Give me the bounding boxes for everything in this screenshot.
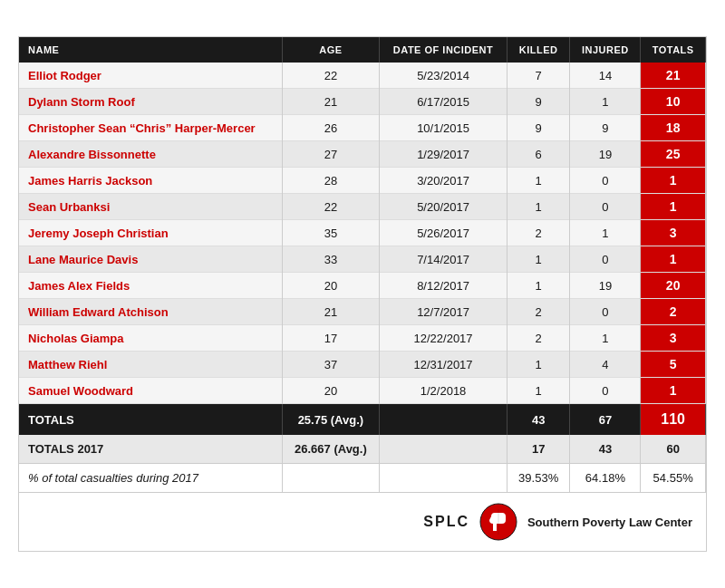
cell-killed: 1 — [507, 378, 570, 404]
cell-injured: 0 — [570, 168, 641, 194]
table-row: James Alex Fields208/12/201711920 — [19, 273, 706, 299]
percent-total: 54.55% — [641, 464, 706, 493]
cell-totals: 3 — [641, 325, 706, 352]
cell-killed: 6 — [507, 141, 570, 168]
cell-age: 21 — [282, 299, 380, 325]
cell-name: Elliot Rodger — [19, 63, 282, 89]
cell-age: 17 — [282, 325, 380, 352]
table-row: Samuel Woodward201/2/2018101 — [19, 378, 706, 404]
cell-name: Nicholas Giampa — [19, 325, 282, 352]
cell-totals: 1 — [641, 168, 706, 194]
cell-date: 7/14/2017 — [380, 246, 508, 273]
cell-date: 5/23/2014 — [380, 63, 508, 89]
cell-name: James Harris Jackson — [19, 168, 282, 194]
table-row: Matthew Riehl3712/31/2017145 — [19, 352, 706, 378]
cell-date: 1/2/2018 — [380, 378, 508, 404]
col-header-name: NAME — [19, 37, 282, 63]
cell-injured: 4 — [570, 352, 641, 378]
cell-age: 33 — [282, 246, 380, 273]
cell-killed: 1 — [507, 273, 570, 299]
totals2017-total: 60 — [641, 435, 706, 464]
main-container: NAME AGE DATE OF INCIDENT KILLED INJURED… — [18, 36, 707, 552]
col-header-age: AGE — [282, 37, 380, 63]
cell-date: 8/12/2017 — [380, 273, 508, 299]
cell-totals: 1 — [641, 194, 706, 220]
cell-age: 20 — [282, 378, 380, 404]
cell-totals: 25 — [641, 141, 706, 168]
cell-totals: 1 — [641, 246, 706, 273]
table-body: Elliot Rodger225/23/201471421Dylann Stor… — [19, 63, 706, 404]
cell-killed: 1 — [507, 246, 570, 273]
totals-label: TOTALS — [19, 404, 282, 436]
cell-date: 5/26/2017 — [380, 220, 508, 246]
table-row: Elliot Rodger225/23/201471421 — [19, 63, 706, 89]
splc-org-name: Southern Poverty Law Center — [527, 516, 692, 529]
totals-2017-row: TOTALS 2017 26.667 (Avg.) 17 43 60 — [19, 435, 706, 464]
totals2017-label: TOTALS 2017 — [19, 435, 282, 464]
cell-name: Jeremy Joseph Christian — [19, 220, 282, 246]
table-row: Lane Maurice Davis337/14/2017101 — [19, 246, 706, 273]
splc-logo-icon — [478, 502, 518, 542]
incidents-table: NAME AGE DATE OF INCIDENT KILLED INJURED… — [19, 37, 706, 493]
cell-totals: 3 — [641, 220, 706, 246]
cell-age: 35 — [282, 220, 380, 246]
cell-injured: 19 — [570, 273, 641, 299]
cell-name: Dylann Storm Roof — [19, 89, 282, 115]
totals-date — [380, 404, 508, 436]
cell-name: Samuel Woodward — [19, 378, 282, 404]
table-row: Alexandre Bissonnette271/29/201761925 — [19, 141, 706, 168]
totals2017-injured: 43 — [570, 435, 641, 464]
cell-killed: 2 — [507, 299, 570, 325]
cell-age: 21 — [282, 89, 380, 115]
cell-totals: 18 — [641, 115, 706, 141]
cell-injured: 0 — [570, 299, 641, 325]
percent-row: % of total casualties during 2017 39.53%… — [19, 464, 706, 493]
cell-age: 27 — [282, 141, 380, 168]
cell-injured: 9 — [570, 115, 641, 141]
cell-injured: 14 — [570, 63, 641, 89]
cell-injured: 0 — [570, 246, 641, 273]
percent-label: % of total casualties during 2017 — [19, 464, 282, 493]
cell-date: 1/29/2017 — [380, 141, 508, 168]
cell-age: 22 — [282, 194, 380, 220]
cell-totals: 2 — [641, 299, 706, 325]
cell-killed: 1 — [507, 352, 570, 378]
cell-totals: 1 — [641, 378, 706, 404]
percent-age — [282, 464, 380, 493]
cell-injured: 1 — [570, 220, 641, 246]
cell-killed: 9 — [507, 115, 570, 141]
cell-date: 10/1/2015 — [380, 115, 508, 141]
col-header-date: DATE OF INCIDENT — [380, 37, 508, 63]
totals-killed: 43 — [507, 404, 570, 436]
cell-name: Christopher Sean “Chris” Harper-Mercer — [19, 115, 282, 141]
cell-injured: 0 — [570, 378, 641, 404]
cell-injured: 19 — [570, 141, 641, 168]
cell-injured: 1 — [570, 325, 641, 352]
cell-date: 12/7/2017 — [380, 299, 508, 325]
cell-name: Sean Urbanksi — [19, 194, 282, 220]
table-row: Dylann Storm Roof216/17/20159110 — [19, 89, 706, 115]
cell-totals: 10 — [641, 89, 706, 115]
cell-totals: 21 — [641, 63, 706, 89]
cell-age: 28 — [282, 168, 380, 194]
cell-age: 26 — [282, 115, 380, 141]
cell-date: 12/31/2017 — [380, 352, 508, 378]
table-header-row: NAME AGE DATE OF INCIDENT KILLED INJURED… — [19, 37, 706, 63]
cell-date: 12/22/2017 — [380, 325, 508, 352]
totals2017-date — [380, 435, 508, 464]
totals-injured: 67 — [570, 404, 641, 436]
table-row: Jeremy Joseph Christian355/26/2017213 — [19, 220, 706, 246]
col-header-injured: INJURED — [570, 37, 641, 63]
table-row: James Harris Jackson283/20/2017101 — [19, 168, 706, 194]
cell-killed: 9 — [507, 89, 570, 115]
table-row: Nicholas Giampa1712/22/2017213 — [19, 325, 706, 352]
totals2017-killed: 17 — [507, 435, 570, 464]
table-row: Sean Urbanksi225/20/2017101 — [19, 194, 706, 220]
table-footer: TOTALS 25.75 (Avg.) 43 67 110 TOTALS 201… — [19, 404, 706, 493]
table-row: Christopher Sean “Chris” Harper-Mercer26… — [19, 115, 706, 141]
cell-injured: 0 — [570, 194, 641, 220]
totals-age: 25.75 (Avg.) — [282, 404, 380, 436]
cell-age: 37 — [282, 352, 380, 378]
col-header-killed: KILLED — [507, 37, 570, 63]
cell-killed: 1 — [507, 168, 570, 194]
